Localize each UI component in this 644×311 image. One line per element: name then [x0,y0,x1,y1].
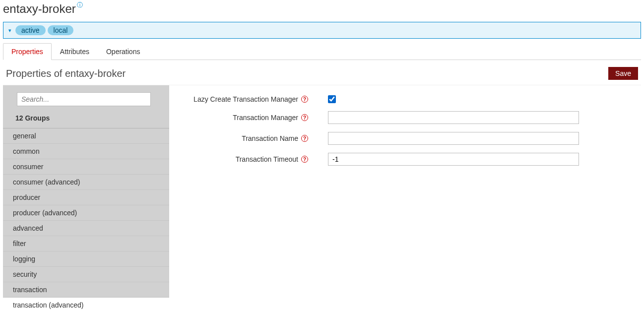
page-title-text: entaxy-broker [3,2,76,16]
form-row-lazy-create-transaction-manager: Lazy Create Transaction Manager? [179,95,636,103]
page-title: entaxy-broker ⓘ [3,2,83,16]
tab-operations[interactable]: Operations [98,43,148,60]
tag-local[interactable]: local [48,25,74,35]
help-icon[interactable]: ? [301,114,308,121]
sidebar-item-general[interactable]: general [3,128,169,144]
control-wrap-transaction-manager [328,111,579,124]
group-list: generalcommonconsumerconsumer (advanced)… [3,128,169,311]
tabs: PropertiesAttributesOperations [3,43,641,60]
label-lazy-create-transaction-manager: Lazy Create Transaction Manager? [179,95,308,103]
label-text-transaction-timeout: Transaction Timeout [236,155,298,163]
info-icon[interactable]: ⓘ [77,1,83,9]
control-wrap-transaction-timeout [328,153,579,166]
label-transaction-manager: Transaction Manager? [179,114,308,122]
content-title: Properties of entaxy-broker [6,68,126,79]
sidebar-item-producer[interactable]: producer [3,190,169,205]
label-text-lazy-create-transaction-manager: Lazy Create Transaction Manager [193,95,298,103]
control-wrap-transaction-name [328,132,579,145]
label-text-transaction-name: Transaction Name [242,134,298,142]
sidebar-item-transaction-advanced-[interactable]: transaction (advanced) [3,298,169,311]
label-transaction-name: Transaction Name? [179,134,308,142]
form-area: Lazy Create Transaction Manager?Transact… [169,85,641,311]
sidebar: 12 Groups generalcommonconsumerconsumer … [3,85,169,311]
help-icon[interactable]: ? [301,135,308,142]
sidebar-item-advanced[interactable]: advanced [3,221,169,236]
label-transaction-timeout: Transaction Timeout? [179,155,308,163]
sidebar-item-common[interactable]: common [3,144,169,159]
input-transaction-name[interactable] [328,132,579,145]
sidebar-item-producer-advanced-[interactable]: producer (advanced) [3,205,169,221]
sidebar-item-consumer-advanced-[interactable]: consumer (advanced) [3,175,169,190]
sidebar-item-logging[interactable]: logging [3,251,169,267]
form-row-transaction-name: Transaction Name? [179,132,636,145]
groups-count-label: 12 Groups [3,110,169,128]
label-text-transaction-manager: Transaction Manager [233,114,298,122]
sidebar-item-security[interactable]: security [3,267,169,282]
sidebar-item-filter[interactable]: filter [3,236,169,251]
sidebar-item-consumer[interactable]: consumer [3,159,169,175]
input-lazy-create-transaction-manager[interactable] [328,95,336,103]
tag-active[interactable]: active [15,25,46,35]
save-button[interactable]: Save [608,67,638,80]
chevron-down-icon[interactable]: ▾ [8,27,11,34]
help-icon[interactable]: ? [301,156,308,163]
search-input[interactable] [17,92,151,106]
tab-properties[interactable]: Properties [3,43,52,60]
form-row-transaction-manager: Transaction Manager? [179,111,636,124]
help-icon[interactable]: ? [301,96,308,103]
tab-attributes[interactable]: Attributes [52,43,98,60]
input-transaction-manager[interactable] [328,111,579,124]
sidebar-item-transaction[interactable]: transaction [3,282,169,298]
input-transaction-timeout[interactable] [328,153,579,166]
tags-bar: ▾ activelocal [3,22,641,39]
form-row-transaction-timeout: Transaction Timeout? [179,153,636,166]
